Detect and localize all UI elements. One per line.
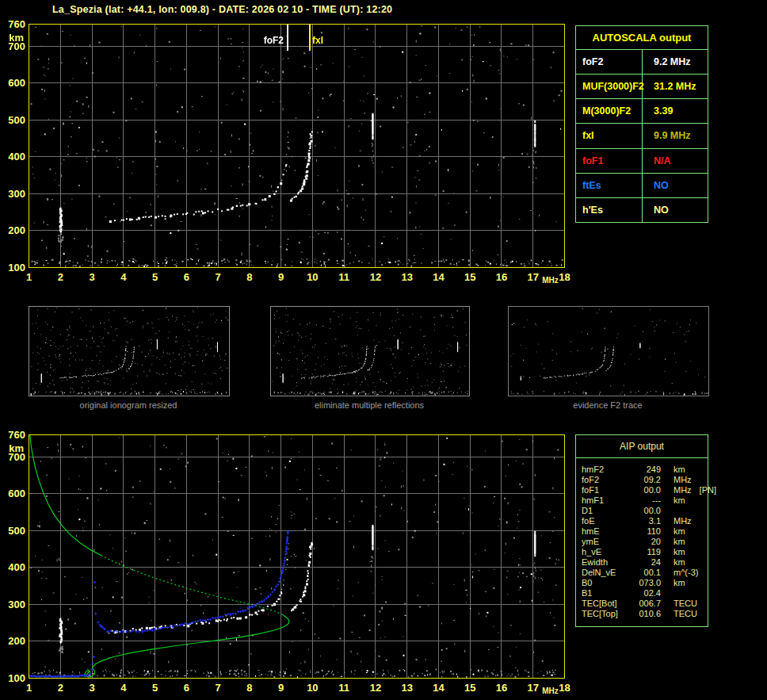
thumbnail-evidence-canvas: [509, 307, 708, 396]
aip-row-label: foF1: [582, 485, 631, 495]
aip-row-label: hmF1: [582, 495, 631, 506]
autoscala-row-label: foF2: [576, 50, 643, 74]
bottom-axis-freq-unit-label: MHz: [542, 687, 559, 695]
top-axis-freq-unit-label: MHz: [542, 276, 559, 285]
top-axis-height-tick: 400: [0, 151, 25, 163]
bottom-axis-freq-tick: 1: [26, 682, 32, 694]
top-axis-freq-tick: 8: [246, 271, 252, 283]
aip-row-value: 110: [631, 526, 661, 537]
aip-row-hmf1: hmF1---km: [582, 495, 708, 506]
aip-row-unit: TECU: [674, 599, 697, 609]
top-axis-freq-tick: 10: [307, 271, 318, 283]
thumbnail-caption-eliminate: eliminate multiple reflections: [270, 400, 468, 410]
bottom-axis-height-tick: 500: [0, 524, 25, 536]
bottom-axis-freq-tick: 8: [246, 682, 252, 694]
top-axis-freq-tick: 2: [58, 271, 63, 283]
bottom-axis-freq-tick: 17: [528, 682, 539, 694]
foF2-marker-label: foF2: [264, 35, 284, 46]
aip-row-label: Ewidth: [582, 557, 631, 568]
top-ionogram-canvas: [29, 24, 565, 268]
aip-row-tectop: TEC[Top]010.6TECU: [582, 609, 708, 619]
bottom-axis-height-tick: 400: [0, 561, 25, 573]
bottom-axis-freq-tick: 12: [370, 682, 381, 694]
autoscala-row-m3000f2: M(3000)F23.39: [576, 99, 708, 124]
autoscala-row-value: NO: [643, 174, 708, 197]
aip-row-label: hmF2: [582, 465, 631, 475]
thumbnail-caption-evidence: evidence F2 trace: [508, 400, 708, 410]
top-axis-freq-tick: 11: [338, 271, 349, 283]
aip-row-extra: [PN]: [700, 485, 716, 495]
aip-row-label: hmE: [582, 526, 631, 537]
autoscala-row-value: 3.39: [643, 99, 708, 123]
aip-row-value: 00.0: [631, 506, 661, 516]
aip-table-rows: hmF2249kmfoF209.2MHzfoF100.0MHz[PN]hmF1-…: [576, 458, 708, 619]
bottom-axis-freq-tick: 3: [89, 682, 94, 694]
aip-row-hve: h_vE119km: [582, 547, 708, 557]
bottom-axis-height-tick: 300: [0, 598, 25, 610]
aip-row-fof2: foF209.2MHz: [582, 475, 708, 485]
aip-row-label: h_vE: [582, 547, 631, 557]
top-axis-height-tick: 200: [0, 224, 25, 236]
top-axis-height-unit-label: km: [0, 32, 24, 44]
thumbnail-original-canvas: [29, 307, 229, 396]
top-axis-freq-tick: 1: [26, 271, 32, 283]
aip-row-value: 09.2: [631, 475, 661, 485]
top-axis-freq-tick: 13: [401, 271, 412, 283]
bottom-ionogram-plot: [29, 434, 565, 679]
autoscala-row-fof1: foF1N/A: [576, 149, 708, 174]
top-axis-freq-tick: 9: [278, 271, 284, 283]
autoscala-row-muf3000f2: MUF(3000)F231.2 MHz: [576, 75, 708, 99]
top-axis-height-tick: 760: [0, 18, 25, 30]
aip-row-value: ---: [631, 495, 661, 506]
autoscala-row-hes: h'EsNO: [576, 198, 708, 222]
top-axis-freq-tick: 5: [152, 271, 158, 283]
top-axis-height-tick: 600: [0, 77, 25, 89]
top-axis-freq-tick: 15: [464, 271, 475, 283]
bottom-axis-freq-tick: 6: [184, 682, 189, 694]
aip-row-value: 249: [631, 465, 661, 475]
aip-row-b1: B102.4: [582, 588, 708, 599]
aip-row-value: 00.1: [631, 568, 661, 578]
bottom-axis-freq-tick: 18: [559, 682, 570, 694]
aip-row-unit: km: [674, 526, 685, 537]
autoscala-row-fof2: foF29.2 MHz: [576, 50, 708, 75]
bottom-ionogram-canvas: [29, 434, 565, 679]
aip-row-b0: B0073.0km: [582, 578, 708, 588]
aip-row-unit: km: [674, 547, 685, 557]
bottom-axis-freq-tick: 4: [120, 682, 126, 694]
aip-row-hme: hmE110km: [582, 526, 708, 537]
bottom-axis-freq-tick: 9: [278, 682, 284, 694]
top-ionogram-plot: foF2 fxI: [29, 24, 565, 268]
aip-output-table: AIP output hmF2249kmfoF209.2MHzfoF100.0M…: [575, 434, 708, 627]
top-axis-height-tick: 500: [0, 113, 25, 125]
aip-table-title: AIP output: [576, 435, 708, 458]
bottom-axis-freq-tick: 7: [215, 682, 220, 694]
bottom-axis-freq-tick: 11: [338, 682, 349, 694]
aip-row-unit: MHz: [674, 485, 692, 495]
aip-row-value: 073.0: [631, 578, 661, 588]
thumbnail-eliminate-reflections: [270, 306, 470, 396]
bottom-axis-freq-tick: 16: [496, 682, 507, 694]
aip-row-label: TEC[Top]: [582, 609, 631, 619]
aip-row-delnve: DelN_vE00.1m^(-3): [582, 568, 708, 578]
autoscala-row-label: foF1: [576, 149, 643, 173]
aip-row-ewidth: Ewidth24km: [582, 557, 708, 568]
autoscala-row-label: ftEs: [576, 174, 643, 197]
autoscala-table-rows: foF29.2 MHzMUF(3000)F231.2 MHzM(3000)F23…: [576, 50, 708, 222]
thumbnail-caption-original: original ionogram resized: [29, 400, 228, 410]
aip-row-unit: MHz: [674, 516, 692, 526]
aip-row-unit: TECU: [674, 609, 697, 619]
bottom-axis-freq-tick: 5: [152, 682, 158, 694]
aip-row-label: ymE: [582, 537, 631, 547]
aip-row-hmf2: hmF2249km: [582, 465, 708, 475]
bottom-axis-height-tick: 200: [0, 635, 25, 647]
aip-row-value: 20: [631, 537, 661, 547]
top-axis-freq-tick: 18: [559, 271, 570, 283]
top-axis-height-tick: 300: [0, 187, 25, 199]
autoscala-row-fxi: fxI9.9 MHz: [576, 124, 708, 148]
top-axis-freq-tick: 6: [184, 271, 189, 283]
autoscala-row-value: 9.2 MHz: [643, 50, 708, 74]
thumbnail-evidence-f2: [508, 306, 709, 396]
aip-row-yme: ymE20km: [582, 537, 708, 547]
bottom-axis-freq-tick: 14: [433, 682, 444, 694]
